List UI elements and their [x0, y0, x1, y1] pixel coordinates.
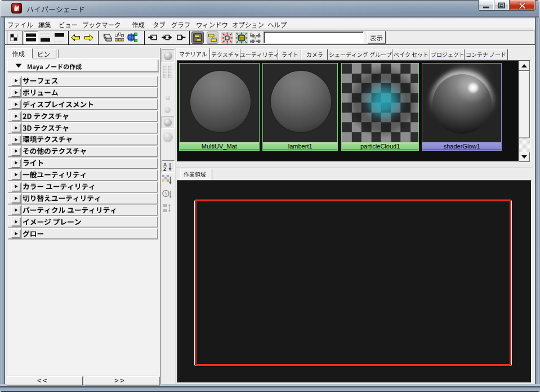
svg-text:Z: Z [163, 166, 166, 172]
